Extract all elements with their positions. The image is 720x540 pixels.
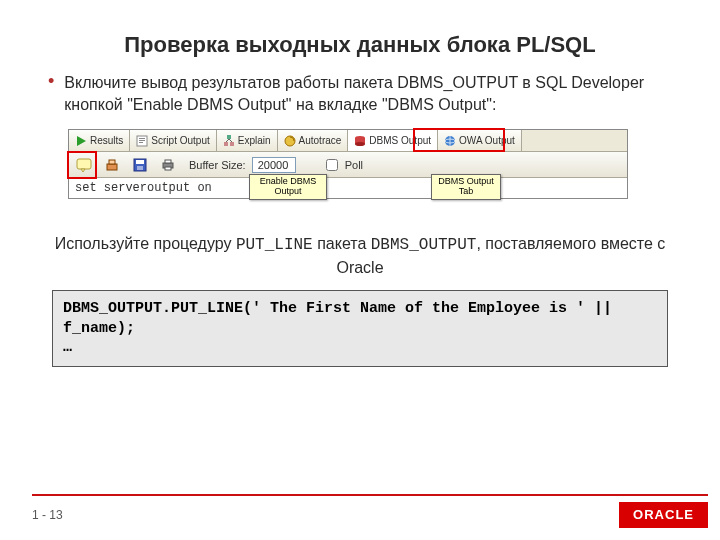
svg-rect-17 [77,159,91,169]
tab-owa-output[interactable]: OWA Output [438,130,522,151]
buffer-size-field[interactable]: 20000 [252,157,296,173]
sqldev-toolbar: Results Script Output Explain Autotrace [68,129,628,199]
svg-marker-0 [77,136,86,146]
tab-dbms-output[interactable]: DBMS Output [348,130,438,151]
svg-rect-5 [227,135,231,139]
play-icon [75,135,87,147]
bullet-item: • Включите вывод результатов работы паке… [48,72,672,115]
buffer-size-label: Buffer Size: [189,159,246,171]
autotrace-icon [284,135,296,147]
print-button[interactable] [157,155,179,175]
tab-label: OWA Output [459,135,515,146]
script-icon [136,135,148,147]
svg-point-13 [355,142,365,146]
tab-results[interactable]: Results [69,130,130,151]
command-line: set serveroutput on [69,178,627,198]
tab-label: Explain [238,135,271,146]
poll-control: Poll [322,156,363,174]
svg-marker-18 [81,169,85,172]
bullet-dot: • [48,72,54,115]
explain-icon [223,135,235,147]
tab-autotrace[interactable]: Autotrace [278,130,349,151]
enable-output-button[interactable] [73,155,95,175]
svg-line-8 [226,139,229,142]
svg-rect-7 [230,142,234,146]
svg-rect-23 [137,166,143,170]
tab-label: Autotrace [299,135,342,146]
svg-rect-20 [109,160,115,164]
tab-explain[interactable]: Explain [217,130,278,151]
callout-enable: Enable DBMS Output [249,174,327,200]
code-block: DBMS_OUTPUT.PUT_LINE(' The First Name of… [52,290,668,367]
tab-label: Script Output [151,135,209,146]
svg-line-9 [229,139,232,142]
tab-label: DBMS Output [369,135,431,146]
poll-label: Poll [345,159,363,171]
page-title: Проверка выходных данных блока PL/SQL [48,32,672,58]
tab-script-output[interactable]: Script Output [130,130,216,151]
dbms-icon [354,135,366,147]
paragraph-2: Используйте процедуру PUT_LINE пакета DB… [48,233,672,278]
oracle-logo: ORACLE [619,502,708,528]
callout-dbms-tab: DBMS Output Tab [431,174,501,200]
clear-button[interactable] [101,155,123,175]
svg-rect-2 [139,138,145,139]
text: пакета [313,235,371,252]
save-button[interactable] [129,155,151,175]
svg-rect-22 [136,160,144,164]
svg-rect-25 [165,160,171,163]
svg-rect-26 [165,167,171,170]
svg-rect-4 [139,142,143,143]
page-number: 1 - 13 [32,508,63,522]
code-inline: DBMS_OUTPUT [371,236,477,254]
code-inline: PUT_LINE [236,236,313,254]
svg-rect-19 [107,164,117,170]
text: Используйте процедуру [55,235,236,252]
button-row: Buffer Size: 20000 Poll [69,152,627,178]
poll-checkbox[interactable] [326,159,338,171]
bullet-text: Включите вывод результатов работы пакета… [64,72,672,115]
footer: 1 - 13 ORACLE [0,494,720,540]
tab-label: Results [90,135,123,146]
svg-rect-3 [139,140,145,141]
owa-icon [444,135,456,147]
svg-rect-6 [224,142,228,146]
tab-row: Results Script Output Explain Autotrace [69,130,627,152]
